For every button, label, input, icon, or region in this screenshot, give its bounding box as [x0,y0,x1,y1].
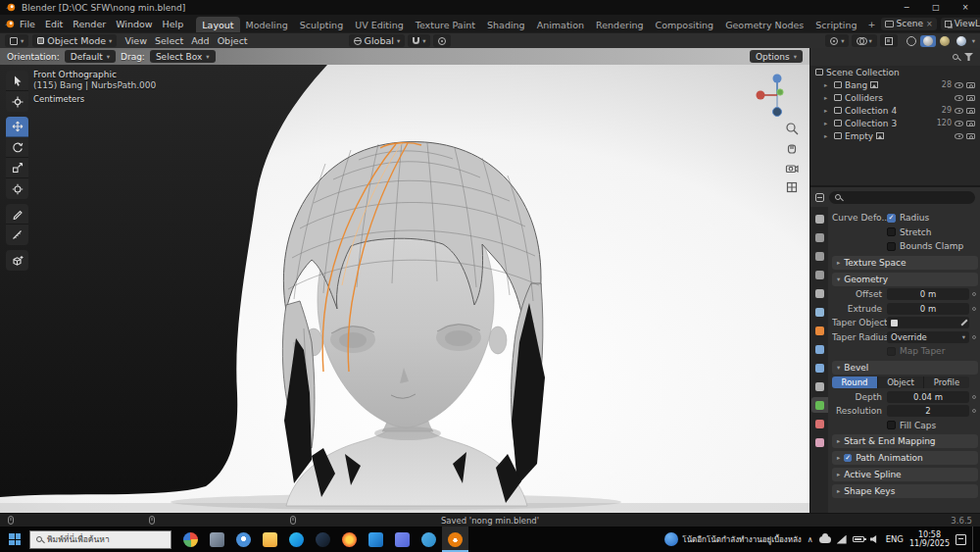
outliner-collection-row[interactable]: ▸ Collection 4 29 [810,104,980,117]
view-layer-selector[interactable]: ViewLayer × [941,18,980,30]
gizmo-x-axis[interactable] [757,91,765,100]
taskbar-app-button[interactable] [257,527,283,552]
outliner-search-icon[interactable] [953,54,958,60]
properties-tab[interactable] [811,211,828,226]
menu-item[interactable]: Help [158,17,189,31]
tray-notification[interactable]: โน้ตอีกโน้ตกำลังทำงานอยู่เบื้องหลัง [664,532,801,546]
bevel-mode-button[interactable]: Profile [924,376,969,388]
properties-tab[interactable] [811,267,828,282]
minimize-button[interactable]: − [892,0,921,15]
offset-field[interactable]: 0 m [887,288,969,300]
expand-arrow-icon[interactable]: ▸ [824,132,831,140]
snap-toggle[interactable]: ▾ [408,34,430,47]
bevel-panel-header[interactable]: ▾ Bevel [832,361,978,375]
start-button[interactable] [0,527,29,552]
add-workspace-button[interactable]: + [863,17,881,31]
menu-item[interactable]: Window [111,17,157,31]
unlink-scene-icon[interactable]: × [926,20,933,28]
workspace-tab[interactable]: Animation [531,17,590,32]
taskbar-app-button[interactable] [336,527,363,552]
gizmo-z-neg-axis[interactable] [773,108,782,117]
bevel-mode-button[interactable]: Round [832,376,878,388]
outliner-collection-row[interactable]: ▸ Collection 3 120 [810,117,980,129]
taskbar-app-button[interactable] [230,527,257,552]
show-desktop-button[interactable] [972,527,977,552]
properties-tab[interactable] [811,360,828,376]
hidden-icons-chevron[interactable]: ∧ [808,535,813,544]
outliner-collection-row[interactable]: ▸ Bang 28 [810,78,980,91]
viewport-menu-item[interactable]: Object [214,34,252,47]
disable-render-camera-icon[interactable] [966,121,975,126]
viewport-menu-item[interactable]: Add [187,34,213,47]
stretch-checkbox[interactable] [887,227,896,236]
properties-search-input[interactable] [829,191,975,204]
language-indicator[interactable]: ENG [886,534,904,544]
properties-tab[interactable] [811,378,828,394]
properties-tab[interactable] [811,323,828,338]
workspace-tab[interactable]: Compositing [650,17,720,32]
shading-material-button[interactable] [937,35,953,47]
tool-select-box-button[interactable] [6,71,28,91]
hide-viewport-eye-icon[interactable] [955,82,963,88]
3d-viewport[interactable]: Orientation: Default ▾ Drag: Select Box … [0,48,809,513]
hide-viewport-eye-icon[interactable] [955,108,963,114]
workspace-tab[interactable]: Sculpting [294,17,349,32]
shading-dropdown-icon[interactable]: ▾ [972,37,975,45]
blender-menu-icon[interactable] [4,19,15,29]
transform-orientation-selector[interactable]: Global ▾ [349,34,406,47]
hide-viewport-eye-icon[interactable] [955,133,963,139]
scene-selector[interactable]: Scene × [881,18,937,30]
network-icon[interactable] [837,535,847,544]
animate-dot[interactable] [969,409,978,413]
radius-checkbox[interactable]: ✓ [887,214,896,223]
drag-dropdown[interactable]: Select Box ▾ [150,50,216,63]
extrude-field[interactable]: 0 m [887,303,969,315]
navigation-gizmo[interactable] [754,72,801,119]
outliner-collection-row[interactable]: ▸ Colliders [810,91,980,104]
battery-icon[interactable] [853,536,864,542]
animate-dot[interactable] [969,335,978,339]
hide-viewport-eye-icon[interactable] [955,95,963,101]
menu-item[interactable]: Render [68,17,111,31]
tool-annotate-button[interactable] [6,204,28,225]
tool-scale-button[interactable] [6,158,28,178]
taper-object-field[interactable] [887,317,969,328]
viewport-menu-item[interactable]: Select [151,34,187,47]
taskbar-app-button[interactable] [310,527,336,552]
outliner-root-row[interactable]: Scene Collection [810,66,980,78]
properties-tab[interactable] [811,341,828,357]
menu-item[interactable]: Edit [40,17,68,31]
3d-viewport-canvas[interactable] [0,48,809,513]
animate-dot[interactable] [969,292,978,296]
animate-dot[interactable] [969,307,978,311]
texture-space-panel-header[interactable]: ▸ Texture Space [832,256,978,270]
overlays-dropdown[interactable]: ▾ [852,34,876,47]
shading-wireframe-button[interactable] [904,35,919,47]
properties-editor-icon[interactable] [815,193,824,202]
maximize-button[interactable]: □ [921,0,951,15]
geometry-panel-header[interactable]: ▾ Geometry [832,273,978,286]
taper-radius-dropdown[interactable]: Override ▾ [887,331,969,343]
taskbar-app-button[interactable] [363,527,389,552]
properties-tab[interactable] [811,248,828,264]
clock[interactable]: 10:58 11/9/2025 [909,530,950,548]
properties-tab[interactable] [811,229,828,245]
panel-checkbox[interactable]: ✓ [844,454,852,462]
properties-tab[interactable] [811,416,828,431]
bevel-depth-field[interactable]: 0.04 m [887,391,969,403]
outliner-collection-row[interactable]: ▸ Empty [810,129,980,142]
properties-tab[interactable] [811,285,828,301]
collapsed-panel-header[interactable]: ▸ ✓ Shape Keys [832,484,978,498]
eyedropper-icon[interactable] [960,319,967,326]
workspace-tab[interactable]: Modeling [240,17,294,32]
workspace-tab[interactable]: Shading [481,17,531,32]
tool-move-button[interactable] [6,117,28,137]
gizmos-dropdown[interactable]: ▾ [825,34,849,47]
tool-cursor-button[interactable] [6,91,28,112]
expand-arrow-icon[interactable]: ▸ [824,120,831,127]
disable-render-camera-icon[interactable] [966,82,975,88]
workspace-tab[interactable]: UV Editing [349,17,410,32]
fill-caps-checkbox[interactable] [887,421,896,429]
expand-arrow-icon[interactable]: ▸ [824,81,831,89]
animate-dot[interactable] [969,395,978,399]
